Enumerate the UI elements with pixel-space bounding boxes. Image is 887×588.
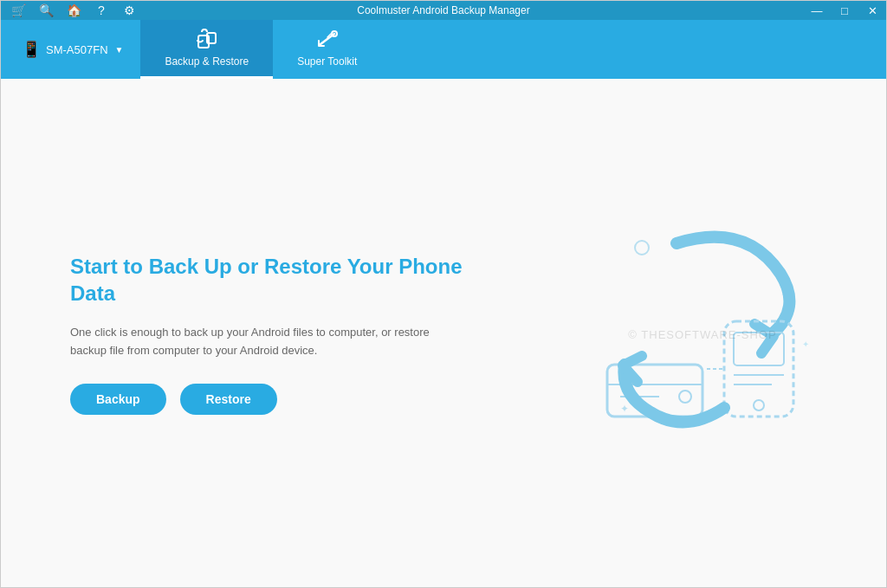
restore-button[interactable]: Restore	[180, 384, 277, 415]
nav-tabs: Backup & Restore Super Toolkit	[140, 20, 381, 79]
tab-super-toolkit-label: Super Toolkit	[297, 55, 357, 68]
main-content: Start to Back Up or Restore Your Phone D…	[1, 79, 886, 588]
backup-button[interactable]: Backup	[70, 384, 166, 415]
app-title: Coolmuster Android Backup Manager	[357, 4, 529, 16]
svg-point-11	[754, 400, 764, 410]
device-selector[interactable]: 📱 SM-A507FN ▼	[11, 20, 133, 79]
help-icon[interactable]: ?	[91, 1, 112, 20]
settings-icon[interactable]: ⚙	[119, 1, 139, 20]
svg-point-3	[635, 241, 649, 255]
close-button[interactable]: ✕	[858, 1, 886, 20]
window-controls: — □ ✕	[803, 1, 886, 20]
title-bar-left-icons: 🛒 🔍 🏠 ? ⚙	[8, 1, 139, 20]
super-toolkit-icon	[315, 29, 340, 52]
device-name: SM-A507FN	[46, 43, 108, 56]
tab-backup-restore[interactable]: Backup & Restore	[140, 20, 273, 79]
tab-super-toolkit[interactable]: Super Toolkit	[273, 20, 381, 79]
minimize-button[interactable]: —	[803, 1, 831, 20]
home-icon[interactable]: 🏠	[63, 1, 84, 20]
main-title: Start to Back Up or Restore Your Phone D…	[70, 253, 469, 307]
backup-restore-icon	[195, 29, 219, 52]
device-dropdown-arrow: ▼	[115, 45, 124, 55]
toolbar: 📱 SM-A507FN ▼ Backup & Restore	[1, 20, 886, 79]
tab-backup-restore-label: Backup & Restore	[165, 55, 249, 68]
phone-icon: 📱	[22, 40, 41, 59]
svg-point-15	[679, 391, 691, 403]
cart-icon[interactable]: 🛒	[8, 1, 29, 20]
action-buttons: Backup Restore	[70, 384, 469, 415]
illustration: ✦ ✦ ✦	[573, 196, 832, 473]
title-bar: 🛒 🔍 🏠 ? ⚙ Coolmuster Android Backup Mana…	[1, 1, 886, 20]
search-icon[interactable]: 🔍	[36, 1, 56, 20]
illustration-panel: ✦ ✦ ✦ © THESOFTWARE	[538, 79, 867, 588]
main-description: One click is enough to back up your Andr…	[70, 324, 469, 360]
maximize-button[interactable]: □	[831, 1, 858, 20]
svg-text:✦: ✦	[802, 339, 809, 349]
left-panel: Start to Back Up or Restore Your Phone D…	[1, 201, 538, 468]
svg-text:✦: ✦	[620, 403, 629, 415]
